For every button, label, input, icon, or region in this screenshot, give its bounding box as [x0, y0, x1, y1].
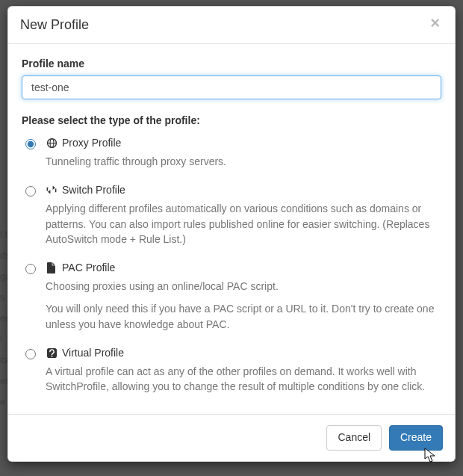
svg-point-4	[51, 355, 52, 356]
option-label: PAC Profile	[62, 262, 115, 273]
profile-type-heading: Please select the type of the profile:	[22, 114, 441, 126]
cancel-button[interactable]: Cancel	[326, 425, 382, 451]
retweet-icon	[46, 184, 58, 196]
option-description-line: Tunneling traffic through proxy servers.	[46, 154, 441, 169]
option-description-line: A virtual profile can act as any of the …	[46, 364, 441, 395]
profile-type-option-switch[interactable]: Switch ProfileApplying different profile…	[22, 184, 441, 247]
option-description-line: Choosing proxies using an online/local P…	[46, 279, 441, 294]
dialog-title: New Profile	[20, 17, 443, 33]
option-description: Choosing proxies using an online/local P…	[46, 279, 441, 332]
option-description: Tunneling traffic through proxy servers.	[46, 154, 441, 169]
option-label: Switch Profile	[62, 184, 125, 196]
profile-name-label: Profile name	[22, 58, 441, 69]
dialog-footer: Cancel Create	[8, 414, 455, 461]
option-title: PAC Profile	[46, 262, 441, 273]
profile-type-option-proxy[interactable]: Proxy ProfileTunneling traffic through p…	[22, 137, 441, 169]
profile-type-option-pac[interactable]: PAC ProfileChoosing proxies using an onl…	[22, 262, 441, 332]
file-icon	[46, 262, 58, 273]
option-body: Proxy ProfileTunneling traffic through p…	[46, 137, 441, 169]
option-label: Proxy Profile	[62, 137, 121, 149]
globe-icon	[46, 137, 58, 149]
option-description-line: Applying different profiles automaticall…	[46, 201, 441, 247]
profile-type-radio-pac[interactable]	[25, 264, 36, 274]
profile-name-input[interactable]	[22, 75, 441, 99]
profile-type-radio-virtual[interactable]	[25, 349, 36, 359]
option-title: Switch Profile	[46, 184, 441, 196]
dialog-body: Profile name Please select the type of t…	[8, 44, 455, 414]
option-label: Virtual Profile	[62, 347, 124, 359]
close-button[interactable]: ×	[426, 14, 444, 32]
option-title: Proxy Profile	[46, 137, 441, 149]
create-button[interactable]: Create	[389, 425, 443, 451]
new-profile-dialog: New Profile × Profile name Please select…	[7, 6, 456, 462]
profile-type-option-virtual[interactable]: Virtual ProfileA virtual profile can act…	[22, 347, 441, 395]
option-body: Switch ProfileApplying different profile…	[46, 184, 441, 247]
option-body: Virtual ProfileA virtual profile can act…	[46, 347, 441, 395]
option-description: A virtual profile can act as any of the …	[46, 364, 441, 395]
profile-type-radio-proxy[interactable]	[25, 139, 36, 149]
profile-type-radio-switch[interactable]	[25, 186, 36, 197]
option-body: PAC ProfileChoosing proxies using an onl…	[46, 262, 441, 332]
dialog-header: New Profile ×	[8, 7, 455, 44]
option-title: Virtual Profile	[46, 347, 441, 359]
option-description-line: You will only need this if you have a PA…	[46, 301, 441, 332]
option-description: Applying different profiles automaticall…	[46, 201, 441, 247]
question-circle-icon	[46, 347, 58, 359]
